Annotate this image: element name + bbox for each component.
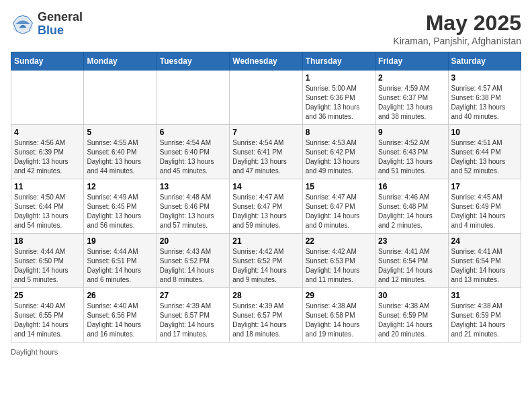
day-number: 22 — [306, 236, 372, 246]
day-number: 14 — [232, 182, 299, 191]
day-info: Sunrise: 4:48 AMSunset: 6:46 PMDaylight:… — [160, 193, 226, 230]
calendar-cell: 26Sunrise: 4:40 AMSunset: 6:56 PMDayligh… — [84, 288, 157, 342]
day-info: Sunrise: 5:00 AMSunset: 6:36 PMDaylight:… — [306, 84, 372, 122]
day-info: Sunrise: 4:52 AMSunset: 6:43 PMDaylight:… — [378, 138, 445, 176]
calendar-header-row: SundayMondayTuesdayWednesdayThursdayFrid… — [11, 52, 521, 71]
day-info: Sunrise: 4:49 AMSunset: 6:45 PMDaylight:… — [87, 193, 153, 230]
day-header-thursday: Thursday — [302, 52, 375, 71]
calendar-cell: 18Sunrise: 4:44 AMSunset: 6:50 PMDayligh… — [11, 234, 84, 288]
calendar-cell: 4Sunrise: 4:56 AMSunset: 6:39 PMDaylight… — [11, 125, 84, 179]
calendar-cell: 15Sunrise: 4:47 AMSunset: 6:47 PMDayligh… — [302, 179, 375, 234]
calendar-cell: 5Sunrise: 4:55 AMSunset: 6:40 PMDaylight… — [84, 125, 157, 179]
day-header-wednesday: Wednesday — [230, 52, 302, 71]
day-number: 1 — [306, 73, 372, 83]
calendar-cell: 27Sunrise: 4:39 AMSunset: 6:57 PMDayligh… — [157, 288, 229, 342]
calendar-cell — [157, 71, 229, 125]
footer-note: Daylight hours — [11, 348, 521, 356]
calendar-cell: 11Sunrise: 4:50 AMSunset: 6:44 PMDayligh… — [11, 179, 84, 234]
day-header-friday: Friday — [375, 52, 448, 71]
location-title: Kiraman, Panjshir, Afghanistan — [393, 36, 521, 46]
day-info: Sunrise: 4:51 AMSunset: 6:44 PMDaylight:… — [451, 138, 518, 176]
calendar-cell — [11, 71, 84, 125]
day-number: 8 — [306, 128, 372, 137]
day-number: 15 — [306, 182, 372, 191]
day-number: 21 — [232, 236, 299, 246]
day-info: Sunrise: 4:50 AMSunset: 6:44 PMDaylight:… — [14, 193, 81, 230]
calendar-cell: 17Sunrise: 4:45 AMSunset: 6:49 PMDayligh… — [448, 179, 521, 234]
day-info: Sunrise: 4:43 AMSunset: 6:52 PMDaylight:… — [160, 247, 226, 285]
day-info: Sunrise: 4:41 AMSunset: 6:54 PMDaylight:… — [451, 247, 518, 285]
calendar-cell: 10Sunrise: 4:51 AMSunset: 6:44 PMDayligh… — [448, 125, 521, 179]
calendar-cell: 7Sunrise: 4:54 AMSunset: 6:41 PMDaylight… — [230, 125, 302, 179]
calendar-week-3: 11Sunrise: 4:50 AMSunset: 6:44 PMDayligh… — [11, 179, 521, 234]
day-number: 25 — [14, 291, 81, 300]
day-info: Sunrise: 4:56 AMSunset: 6:39 PMDaylight:… — [14, 138, 81, 176]
logo-general: General — [38, 10, 83, 24]
day-info: Sunrise: 4:39 AMSunset: 6:57 PMDaylight:… — [160, 302, 226, 339]
calendar-cell: 28Sunrise: 4:39 AMSunset: 6:57 PMDayligh… — [230, 288, 302, 342]
calendar-cell: 12Sunrise: 4:49 AMSunset: 6:45 PMDayligh… — [84, 179, 157, 234]
day-info: Sunrise: 4:57 AMSunset: 6:38 PMDaylight:… — [451, 84, 518, 122]
calendar-cell: 3Sunrise: 4:57 AMSunset: 6:38 PMDaylight… — [448, 71, 521, 125]
day-info: Sunrise: 4:46 AMSunset: 6:48 PMDaylight:… — [378, 193, 445, 230]
calendar-cell: 14Sunrise: 4:47 AMSunset: 6:47 PMDayligh… — [230, 179, 302, 234]
day-number: 31 — [451, 291, 518, 300]
calendar-cell: 31Sunrise: 4:38 AMSunset: 6:59 PMDayligh… — [448, 288, 521, 342]
day-number: 28 — [232, 291, 299, 300]
calendar-cell: 30Sunrise: 4:38 AMSunset: 6:59 PMDayligh… — [375, 288, 448, 342]
day-number: 6 — [160, 128, 226, 137]
day-info: Sunrise: 4:47 AMSunset: 6:47 PMDaylight:… — [232, 193, 299, 230]
logo-blue-text: Blue — [38, 24, 64, 37]
day-info: Sunrise: 4:40 AMSunset: 6:55 PMDaylight:… — [14, 302, 81, 339]
day-info: Sunrise: 4:44 AMSunset: 6:50 PMDaylight:… — [14, 247, 81, 285]
day-info: Sunrise: 4:47 AMSunset: 6:47 PMDaylight:… — [306, 193, 372, 230]
day-header-monday: Monday — [84, 52, 157, 71]
day-number: 30 — [378, 291, 445, 300]
calendar-cell: 9Sunrise: 4:52 AMSunset: 6:43 PMDaylight… — [375, 125, 448, 179]
logo-text: General Blue — [38, 11, 83, 38]
day-info: Sunrise: 4:39 AMSunset: 6:57 PMDaylight:… — [232, 302, 299, 339]
day-number: 26 — [87, 291, 153, 300]
calendar-cell: 24Sunrise: 4:41 AMSunset: 6:54 PMDayligh… — [448, 234, 521, 288]
calendar-week-1: 1Sunrise: 5:00 AMSunset: 6:36 PMDaylight… — [11, 71, 521, 125]
calendar-cell: 13Sunrise: 4:48 AMSunset: 6:46 PMDayligh… — [157, 179, 229, 234]
calendar-week-4: 18Sunrise: 4:44 AMSunset: 6:50 PMDayligh… — [11, 234, 521, 288]
calendar-week-5: 25Sunrise: 4:40 AMSunset: 6:55 PMDayligh… — [11, 288, 521, 342]
calendar-cell: 25Sunrise: 4:40 AMSunset: 6:55 PMDayligh… — [11, 288, 84, 342]
calendar-cell: 2Sunrise: 4:59 AMSunset: 6:37 PMDaylight… — [375, 71, 448, 125]
day-info: Sunrise: 4:40 AMSunset: 6:56 PMDaylight:… — [87, 302, 153, 339]
day-info: Sunrise: 4:55 AMSunset: 6:40 PMDaylight:… — [87, 138, 153, 176]
day-number: 27 — [160, 291, 226, 300]
day-number: 24 — [451, 236, 518, 246]
day-number: 12 — [87, 182, 153, 191]
day-header-saturday: Saturday — [448, 52, 521, 71]
calendar-cell: 19Sunrise: 4:44 AMSunset: 6:51 PMDayligh… — [84, 234, 157, 288]
calendar-week-2: 4Sunrise: 4:56 AMSunset: 6:39 PMDaylight… — [11, 125, 521, 179]
calendar-cell: 29Sunrise: 4:38 AMSunset: 6:58 PMDayligh… — [302, 288, 375, 342]
logo-icon — [11, 12, 35, 36]
page-header: General Blue May 2025 Kiraman, Panjshir,… — [11, 11, 521, 46]
day-info: Sunrise: 4:54 AMSunset: 6:41 PMDaylight:… — [232, 138, 299, 176]
calendar-cell: 16Sunrise: 4:46 AMSunset: 6:48 PMDayligh… — [375, 179, 448, 234]
calendar-cell: 22Sunrise: 4:42 AMSunset: 6:53 PMDayligh… — [302, 234, 375, 288]
calendar-cell: 8Sunrise: 4:53 AMSunset: 6:42 PMDaylight… — [302, 125, 375, 179]
day-info: Sunrise: 4:42 AMSunset: 6:53 PMDaylight:… — [306, 247, 372, 285]
day-number: 17 — [451, 182, 518, 191]
day-info: Sunrise: 4:54 AMSunset: 6:40 PMDaylight:… — [160, 138, 226, 176]
month-title: May 2025 — [393, 11, 521, 36]
day-number: 16 — [378, 182, 445, 191]
day-number: 18 — [14, 236, 81, 246]
daylight-hours-label: Daylight hours — [11, 348, 58, 356]
day-number: 5 — [87, 128, 153, 137]
calendar-cell — [230, 71, 302, 125]
day-number: 2 — [378, 73, 445, 83]
day-number: 11 — [14, 182, 81, 191]
day-info: Sunrise: 4:44 AMSunset: 6:51 PMDaylight:… — [87, 247, 153, 285]
day-header-tuesday: Tuesday — [157, 52, 229, 71]
day-number: 20 — [160, 236, 226, 246]
day-info: Sunrise: 4:38 AMSunset: 6:59 PMDaylight:… — [378, 302, 445, 339]
day-number: 3 — [451, 73, 518, 83]
day-number: 23 — [378, 236, 445, 246]
calendar-table: SundayMondayTuesdayWednesdayThursdayFrid… — [11, 52, 521, 342]
day-info: Sunrise: 4:41 AMSunset: 6:54 PMDaylight:… — [378, 247, 445, 285]
